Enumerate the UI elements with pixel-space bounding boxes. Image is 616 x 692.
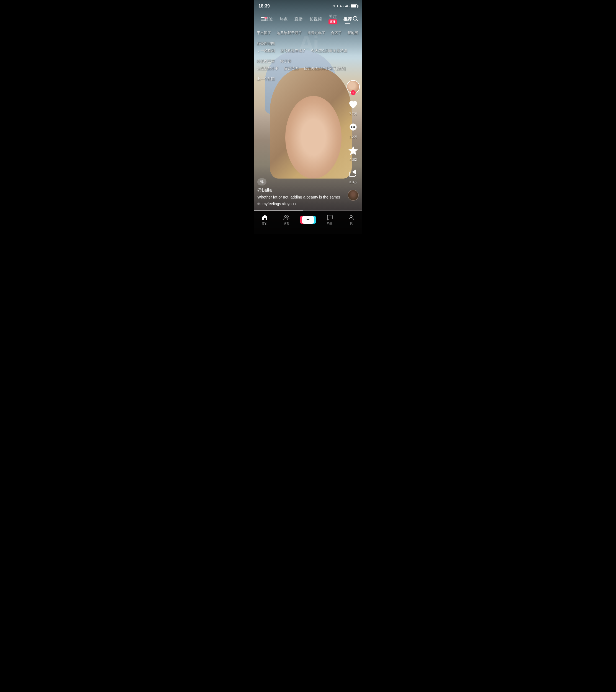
messages-icon: [327, 214, 333, 221]
comment-text: 今天怎么回事全是洋姐: [311, 48, 347, 53]
comment-text: 睁眼看世界: [257, 59, 275, 64]
nav-add[interactable]: +: [301, 216, 315, 224]
comment-text: 终于养: [280, 59, 291, 64]
nav-item-follow[interactable]: 关注 直播: [325, 12, 340, 27]
svg-point-4: [353, 126, 354, 128]
star-icon: [347, 144, 359, 156]
comment-text: 上一个德国: [257, 77, 275, 82]
share-button[interactable]: 3.3万: [347, 167, 359, 185]
follow-button[interactable]: +: [351, 90, 356, 95]
bottom-nav: 首页 朋友 + 消息 我: [254, 211, 362, 234]
creator-avatar-container: +: [347, 80, 360, 93]
nfc-icon: N: [332, 4, 335, 8]
comment-text: 抖音过年了: [307, 30, 326, 36]
comment-row-1: 干出国了 这又给我干哪了 抖音过年了 合区了 新地图 解锁新地图: [257, 30, 359, 46]
signal-icons: 4G 4G: [340, 4, 350, 8]
collect-button[interactable]: 4102: [347, 144, 359, 162]
share-count: 3.3万: [349, 180, 357, 185]
video-hashtags[interactable]: #inmyfeelings #foyou ›: [257, 201, 344, 206]
heart-icon: [347, 99, 359, 111]
profile-icon: [348, 214, 354, 221]
comment-count: 1.2万: [349, 135, 357, 140]
comment-text: 干出国了: [257, 30, 271, 36]
comment-text: 住点赞的小手: [257, 66, 278, 71]
nav-item-hotspot[interactable]: 热点: [276, 15, 291, 24]
comment-text: 解锁新地图: [257, 41, 275, 46]
status-time: 18:39: [259, 4, 270, 8]
nav-messages-label: 消息: [327, 222, 332, 225]
home-icon: [262, 214, 268, 221]
svg-point-8: [284, 215, 287, 218]
add-btn-plus: +: [302, 216, 314, 224]
danmu-label: 弹: [260, 180, 264, 184]
creator-username[interactable]: @Laila: [257, 188, 344, 193]
comment-text: 最近外国人咋都来了[微笑]: [304, 66, 345, 71]
nav-home-label: 首页: [262, 222, 268, 225]
comment-text: 合区了: [331, 30, 342, 36]
svg-point-10: [350, 215, 352, 218]
comment-text: 新地图: [347, 30, 358, 36]
comments-overlay: 干出国了 这又给我干哪了 抖音过年了 合区了 新地图 解锁新地图 ，一晚都刷 这…: [254, 30, 362, 84]
like-count: 7.7万: [349, 112, 357, 117]
comment-text: ，一晚都刷: [257, 48, 275, 53]
svg-line-1: [357, 20, 358, 21]
nav-messages[interactable]: 消息: [323, 214, 336, 225]
nav-item-live[interactable]: 直播: [291, 15, 306, 24]
status-bar: 18:39 N ✦ 4G 4G: [254, 0, 362, 12]
like-button[interactable]: 7.7万: [347, 99, 359, 117]
collect-count: 4102: [350, 158, 357, 162]
nav-bar: 经验 热点 直播 长视频 关注 直播 推荐: [254, 12, 362, 26]
comment-text: 这又给我干哪了: [277, 30, 302, 36]
danmu-button[interactable]: 弹: [257, 178, 266, 186]
live-badge: 直播: [329, 19, 337, 24]
svg-point-5: [354, 126, 355, 128]
video-description: Whether fat or not, adding a beauty is t…: [257, 194, 344, 200]
bluetooth-icon: ✦: [336, 4, 339, 8]
nav-item-longvideo[interactable]: 长视频: [306, 15, 325, 24]
svg-point-9: [287, 216, 289, 217]
comment-button[interactable]: 1.2万: [347, 122, 359, 140]
svg-marker-6: [348, 146, 358, 155]
nav-friends[interactable]: 朋友: [280, 214, 293, 225]
add-button[interactable]: +: [302, 216, 314, 224]
status-icons: N ✦ 4G 4G: [332, 4, 357, 8]
share-icon: [347, 167, 359, 179]
bottom-info: 弹 @Laila Whether fat or not, adding a be…: [257, 178, 344, 206]
face: [285, 96, 342, 179]
nav-profile-label: 我: [350, 222, 353, 225]
comment-row-3: 住点赞的小手 解锁英国 最近外国人咋都来了[微笑] 上一个德国: [257, 66, 359, 82]
nav-follow-label: 关注: [329, 14, 337, 19]
svg-point-3: [351, 126, 352, 128]
nav-home[interactable]: 首页: [258, 214, 272, 225]
comment-row-2: ，一晚都刷 这号算是养成了 今天怎么回事全是洋姐 睁眼看世界 终于养: [257, 48, 359, 64]
hashtag-text: #inmyfeelings #foyou: [257, 202, 294, 206]
nav-friends-label: 朋友: [284, 222, 289, 225]
search-icon[interactable]: [352, 15, 359, 22]
friends-icon: [283, 214, 289, 221]
music-avatar[interactable]: [348, 190, 359, 201]
nav-profile[interactable]: 我: [344, 214, 358, 225]
battery-icon: [351, 4, 357, 8]
right-sidebar: + 7.7万 1.2万 4102: [347, 80, 360, 201]
expand-arrow[interactable]: ›: [295, 201, 296, 206]
comment-icon: [347, 122, 359, 134]
nav-item-experience[interactable]: 经验: [261, 15, 276, 24]
comment-text: 这号算是养成了: [280, 48, 306, 53]
comment-text: 解锁英国: [284, 66, 298, 71]
music-avatar-inner: [348, 190, 358, 200]
